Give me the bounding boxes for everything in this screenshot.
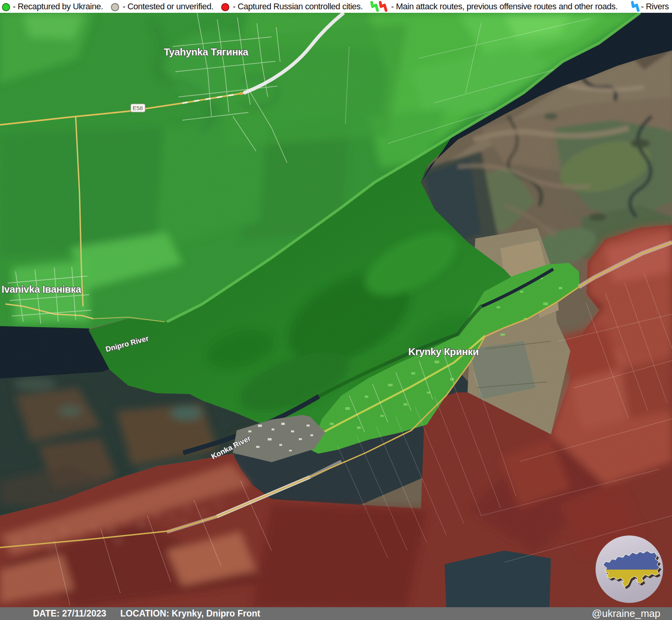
svg-text:Tyahynka Тягинка: Tyahynka Тягинка: [164, 46, 249, 58]
svg-text:E58: E58: [133, 105, 143, 111]
svg-text:Ivanivka Іванівка: Ivanivka Іванівка: [2, 283, 81, 295]
svg-text:Krynky Кринки: Krynky Кринки: [408, 346, 478, 357]
